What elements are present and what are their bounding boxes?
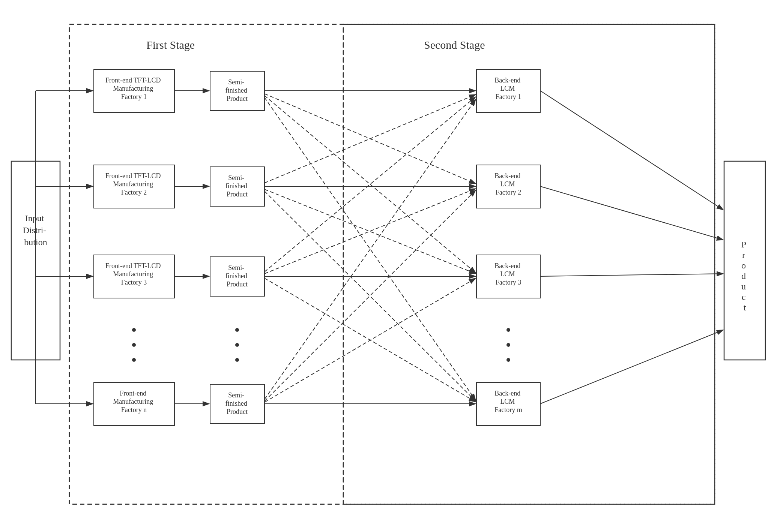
svg-point-59	[235, 328, 239, 332]
svg-rect-1	[69, 24, 343, 504]
svg-line-47	[265, 189, 476, 274]
backend-factory-2: Back-end LCM Factory 2	[494, 172, 522, 196]
backend-factory-1: Back-end LCM Factory 1	[494, 76, 522, 100]
svg-rect-0	[69, 24, 715, 504]
frontend-factory-n: Front-end Manufacturing Factory n	[113, 390, 155, 414]
svg-rect-12	[476, 69, 540, 112]
svg-line-50	[265, 190, 476, 401]
svg-point-63	[506, 343, 510, 347]
svg-line-46	[265, 97, 476, 272]
svg-point-60	[235, 343, 239, 347]
backend-factory-3: Back-end LCM Factory 3	[494, 262, 522, 286]
svg-point-56	[132, 328, 136, 332]
svg-rect-11	[210, 384, 265, 424]
svg-line-54	[540, 274, 723, 276]
svg-rect-16	[724, 161, 765, 360]
svg-rect-13	[476, 165, 540, 208]
svg-rect-4	[94, 69, 174, 112]
svg-line-52	[540, 91, 723, 210]
svg-point-64	[506, 358, 510, 362]
svg-point-57	[132, 343, 136, 347]
svg-line-44	[265, 189, 476, 274]
svg-line-48	[265, 278, 476, 402]
svg-line-42	[265, 97, 476, 400]
input-distribution-label: Input Distri- bution	[23, 213, 49, 247]
svg-rect-6	[94, 255, 174, 298]
svg-line-49	[265, 99, 476, 399]
svg-rect-10	[210, 257, 265, 296]
first-stage-label: First Stage	[146, 39, 195, 51]
second-stage-label: Second Stage	[424, 39, 485, 51]
svg-line-40	[265, 94, 476, 184]
svg-point-58	[132, 358, 136, 362]
svg-line-51	[265, 278, 476, 402]
backend-factory-m: Back-end LCM Factory m	[494, 390, 522, 414]
frontend-factory-2: Front-end TFT-LCD Manufacturing Factory …	[105, 172, 162, 196]
svg-rect-8	[210, 71, 265, 111]
svg-rect-2	[343, 24, 715, 504]
svg-point-61	[235, 358, 239, 362]
product-label: P r o d u c t	[741, 240, 748, 312]
semi-product-3: Semi- finished Product	[225, 264, 249, 288]
svg-rect-15	[476, 382, 540, 426]
svg-line-45	[265, 191, 476, 401]
svg-line-53	[540, 186, 723, 240]
svg-rect-9	[210, 167, 265, 206]
svg-line-55	[540, 330, 723, 404]
svg-line-43	[265, 94, 476, 183]
svg-point-62	[506, 328, 510, 332]
frontend-factory-3: Front-end TFT-LCD Manufacturing Factory …	[105, 262, 162, 286]
semi-product-2: Semi- finished Product	[225, 174, 249, 198]
frontend-factory-1: Front-end TFT-LCD Manufacturing Factory …	[105, 76, 162, 100]
semi-product-1: Semi- finished Product	[225, 78, 249, 102]
svg-line-41	[265, 96, 476, 273]
svg-rect-14	[476, 255, 540, 298]
semi-product-n: Semi- finished Product	[225, 391, 249, 415]
svg-rect-3	[11, 161, 60, 360]
svg-rect-7	[94, 382, 174, 426]
svg-rect-5	[94, 165, 174, 208]
